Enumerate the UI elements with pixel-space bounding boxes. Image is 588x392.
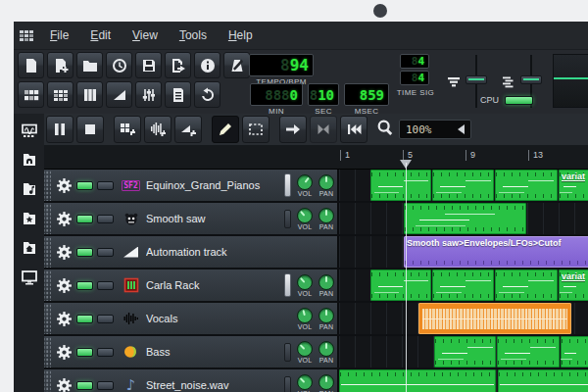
draw-mode-button[interactable] xyxy=(212,116,239,143)
solo-led[interactable] xyxy=(97,381,114,390)
volume-knob[interactable] xyxy=(297,208,313,223)
zoom-spin-button[interactable] xyxy=(458,124,465,134)
sidebar-item-presets[interactable] xyxy=(19,180,40,198)
track-name[interactable]: Automation track xyxy=(146,246,337,258)
pan-knob[interactable] xyxy=(318,208,334,223)
add-bb-track-button[interactable] xyxy=(114,116,141,143)
pan-knob[interactable] xyxy=(318,341,334,357)
automation-clip[interactable]: Smooth saw>Envelopes/LFOs>Cutof xyxy=(404,236,588,268)
track-head[interactable]: Bass VOL PAN xyxy=(44,336,339,368)
track-grip[interactable] xyxy=(44,170,51,201)
track-grip[interactable] xyxy=(44,270,51,301)
track-name[interactable]: Street_noise.wav xyxy=(146,379,281,391)
fx-mixer-button[interactable] xyxy=(135,81,162,108)
sample-clip[interactable] xyxy=(418,303,571,334)
controller-rack-button[interactable] xyxy=(194,81,220,108)
timesig-denominator-display[interactable]: 84 xyxy=(400,71,429,85)
automation-editor-button[interactable] xyxy=(106,81,132,108)
mute-led[interactable] xyxy=(76,215,93,223)
track-settings-gear-icon[interactable] xyxy=(51,277,76,294)
track-head[interactable]: Carla Rack VOL PAN xyxy=(44,270,339,301)
solo-led[interactable] xyxy=(97,315,114,323)
pattern-clip[interactable] xyxy=(495,270,558,301)
track-timeline-lane[interactable]: variat xyxy=(339,270,588,301)
pan-knob[interactable] xyxy=(318,174,334,190)
time-msec-display[interactable]: 859 xyxy=(344,83,389,106)
stop-button[interactable] xyxy=(76,116,104,143)
pan-knob[interactable] xyxy=(318,274,334,290)
track-head[interactable]: Vocals VOL PAN xyxy=(44,303,339,334)
pattern-clip[interactable] xyxy=(370,170,431,201)
volume-knob[interactable] xyxy=(297,308,313,323)
track-head[interactable]: SF2 Equinox_Grand_Pianos VOL PAN xyxy=(44,170,339,201)
track-head[interactable]: Smooth saw VOL PAN xyxy=(44,203,339,234)
track-settings-gear-icon[interactable] xyxy=(51,377,76,392)
open-project-button[interactable] xyxy=(76,52,103,78)
pattern-clip[interactable] xyxy=(497,336,560,368)
track-timeline-lane[interactable] xyxy=(339,203,588,234)
pattern-clip[interactable] xyxy=(404,203,526,234)
timeline[interactable]: 1 5 9 13 xyxy=(44,145,588,170)
menu-help[interactable]: Help xyxy=(218,24,264,46)
sidebar-item-computer[interactable] xyxy=(19,269,40,286)
track-name[interactable]: Carla Rack xyxy=(146,279,281,291)
output-visualizer[interactable] xyxy=(553,54,588,108)
mute-led[interactable] xyxy=(76,348,93,357)
track-name[interactable]: Bass xyxy=(146,346,281,358)
sidebar-item-samples[interactable] xyxy=(19,151,40,169)
mute-led[interactable] xyxy=(76,181,93,190)
track-settings-gear-icon[interactable] xyxy=(51,311,76,327)
pattern-clip[interactable]: variat xyxy=(559,170,588,201)
metronome-button[interactable] xyxy=(223,52,250,78)
track-settings-gear-icon[interactable] xyxy=(51,211,76,227)
song-editor-button[interactable] xyxy=(18,81,44,108)
new-project-button[interactable] xyxy=(18,52,44,78)
solo-led[interactable] xyxy=(97,281,114,290)
menu-tools[interactable]: Tools xyxy=(169,24,218,46)
mute-led[interactable] xyxy=(76,381,93,390)
piano-roll-button[interactable] xyxy=(76,81,103,108)
solo-led[interactable] xyxy=(97,181,114,190)
solo-led[interactable] xyxy=(97,348,114,357)
app-logo-grid-icon[interactable] xyxy=(14,25,39,45)
track-name[interactable]: Smooth saw xyxy=(146,213,281,224)
pan-knob[interactable] xyxy=(318,308,334,323)
track-fader[interactable] xyxy=(284,376,291,392)
playback-next-button[interactable] xyxy=(279,116,307,143)
track-fader[interactable] xyxy=(284,343,291,362)
mute-led[interactable] xyxy=(76,281,93,290)
sample-green-clip[interactable] xyxy=(339,369,496,392)
track-fader[interactable] xyxy=(284,173,291,197)
pattern-clip[interactable] xyxy=(495,170,558,201)
track-timeline-lane[interactable] xyxy=(339,303,588,334)
track-fader[interactable] xyxy=(284,210,291,228)
track-head[interactable]: ♪ Street_noise.wav VOL PAN xyxy=(44,369,339,392)
project-notes-button[interactable] xyxy=(165,81,191,108)
track-grip[interactable] xyxy=(44,369,51,392)
export-project-button[interactable] xyxy=(165,52,191,78)
track-grip[interactable] xyxy=(44,336,51,368)
pattern-clip[interactable] xyxy=(370,270,431,301)
sidebar-item-favorites[interactable] xyxy=(19,210,40,227)
track-name[interactable]: Equinox_Grand_Pianos xyxy=(146,179,281,191)
track-grip[interactable] xyxy=(44,236,51,268)
timesig-numerator-display[interactable]: 84 xyxy=(400,54,429,69)
track-timeline-lane[interactable] xyxy=(339,369,588,392)
sidebar-item-instruments[interactable] xyxy=(19,122,40,139)
pattern-clip[interactable] xyxy=(434,336,496,368)
pattern-clip[interactable]: variat xyxy=(559,270,588,301)
volume-knob[interactable] xyxy=(297,374,313,390)
loop-points-button[interactable] xyxy=(310,116,337,143)
mute-led[interactable] xyxy=(76,315,93,323)
track-timeline-lane[interactable]: Smooth saw>Envelopes/LFOs>Cutof xyxy=(339,236,588,268)
track-head[interactable]: Automation track xyxy=(44,236,339,268)
master-pitch-handle[interactable] xyxy=(520,75,542,84)
pan-knob[interactable] xyxy=(318,374,334,390)
track-settings-gear-icon[interactable] xyxy=(51,344,76,361)
whats-this-button[interactable] xyxy=(194,52,220,78)
track-timeline-lane[interactable] xyxy=(339,336,588,368)
save-project-button[interactable] xyxy=(135,52,162,78)
menu-file[interactable]: File xyxy=(39,24,79,46)
volume-knob[interactable] xyxy=(297,274,313,290)
add-sample-track-button[interactable] xyxy=(144,116,172,143)
